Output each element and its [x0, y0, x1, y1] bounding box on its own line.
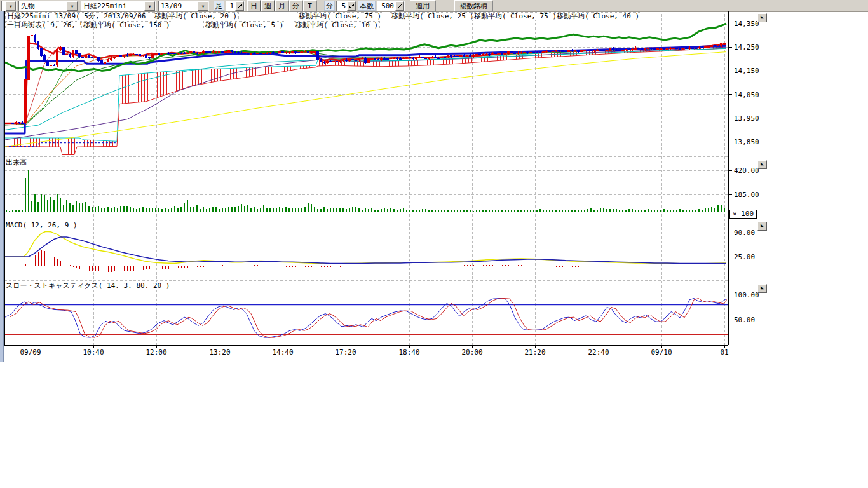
x-axis-label: 13:20 [206, 349, 234, 356]
y-axis-label: 14,250 [734, 44, 759, 51]
y-axis-label: 25.00 [734, 254, 755, 261]
x-axis-label: 09/09 [17, 349, 44, 356]
stoch-panel-label: スロー・ストキャスティクス( 14, 3, 80, 20 ) [6, 282, 170, 290]
x-axis-label: 20:00 [458, 349, 486, 356]
x-axis-label: 10:40 [79, 349, 107, 356]
volume-multiplier-badge: × 100 [729, 210, 757, 219]
panel-scale-button[interactable]: ◣ [757, 284, 767, 293]
x-axis-label: 18:40 [395, 349, 423, 356]
y-axis-label: 50.00 [734, 316, 755, 323]
chart-header-item: 移動平均( Close, 40 ) [555, 12, 641, 20]
chart-header-item: 移動平均( Close, 20 ) [153, 12, 239, 20]
chart-header-item: 移動平均( Close, 75 ) [472, 12, 559, 20]
x-axis-label: 22:40 [585, 349, 613, 356]
x-axis-label: 01 [710, 349, 738, 356]
y-axis-label: 13,950 [734, 115, 759, 122]
y-axis-label: 420.00 [734, 167, 759, 174]
chart-header-item: 移動平均( Close, 10 ) [294, 21, 380, 29]
x-axis-label: 09/10 [648, 349, 675, 356]
y-axis-label: 14,350 [734, 20, 759, 27]
macd-panel-label: MACD( 12, 26, 9 ) [6, 222, 78, 229]
y-axis-label: 13,850 [734, 139, 759, 146]
chart-header-item: 移動平均( Close, 150 ) [81, 21, 172, 29]
x-axis-label: 17:20 [332, 349, 360, 356]
y-axis-label: 14,050 [734, 92, 759, 98]
chart-header-item: 移動平均( Close, 5 ) [203, 21, 285, 29]
panel-scale-button[interactable]: ◣ [757, 160, 767, 169]
panel-scale-button[interactable]: ◣ [757, 222, 767, 231]
x-axis-label: 14:40 [269, 349, 297, 356]
volume-panel-label: 出来高 [6, 159, 27, 166]
chart-header-item: 移動平均( Close, 25 ) [390, 12, 476, 20]
y-axis-label: 90.00 [734, 229, 755, 236]
chart-area[interactable]: 日経225mini 13/09( 5分, 2013/09/06 - 2013/0… [0, 0, 868, 488]
panel-scale-button[interactable]: ◣ [757, 13, 767, 22]
y-axis-label: 100.00 [734, 292, 759, 299]
y-axis-label: 14,150 [734, 67, 759, 74]
x-axis-label: 21:20 [521, 349, 549, 356]
y-axis-label: 185.00 [734, 191, 759, 198]
chart-header-item: 移動平均( Close, 75 ) [297, 12, 383, 20]
x-axis-label: 12:00 [142, 349, 170, 356]
